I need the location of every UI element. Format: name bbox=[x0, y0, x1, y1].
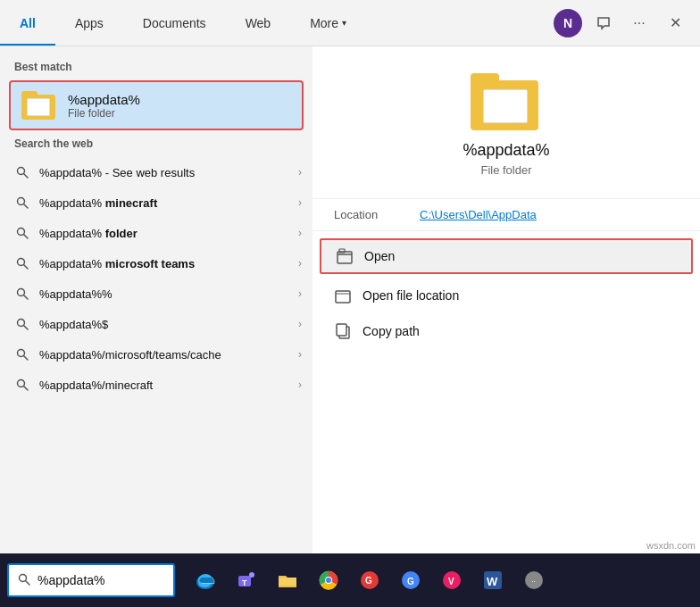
open-label: Open bbox=[364, 249, 395, 263]
svg-line-1 bbox=[24, 174, 29, 179]
svg-rect-16 bbox=[338, 252, 352, 263]
list-item[interactable]: %appdata% minecraft › bbox=[0, 187, 312, 218]
teams-icon[interactable]: T bbox=[227, 561, 266, 600]
action-list: Open Open file location bbox=[312, 235, 700, 349]
left-panel: Best match %appdata% File folder Search … bbox=[0, 46, 312, 553]
search-icon bbox=[14, 225, 30, 241]
taskbar-search-icon bbox=[18, 573, 30, 588]
open-action[interactable]: Open bbox=[320, 238, 693, 274]
avatar[interactable]: N bbox=[554, 9, 582, 37]
search-item-text: %appdata%/microsoft/teams/cache bbox=[39, 348, 289, 362]
taskbar: %appdata% T bbox=[0, 553, 700, 607]
tab-all[interactable]: All bbox=[0, 0, 55, 46]
open-file-location-label: Open file location bbox=[362, 288, 459, 303]
search-icon bbox=[14, 195, 30, 211]
chevron-right-icon: › bbox=[298, 318, 302, 330]
list-item[interactable]: %appdata% microsoft teams › bbox=[0, 248, 312, 279]
svg-text:T: T bbox=[242, 578, 247, 587]
file-location-icon bbox=[334, 287, 352, 304]
svg-line-11 bbox=[24, 326, 29, 330]
folder-icon bbox=[21, 91, 57, 120]
copy-path-action[interactable]: Copy path bbox=[312, 313, 700, 349]
location-label: Location bbox=[334, 208, 405, 221]
svg-line-3 bbox=[24, 204, 29, 209]
svg-text:V: V bbox=[448, 577, 454, 586]
taskbar-search-box[interactable]: %appdata% bbox=[7, 563, 175, 597]
chevron-right-icon: › bbox=[298, 378, 302, 391]
search-items: %appdata% - See web results › %appdata% … bbox=[0, 157, 312, 400]
svg-text:G: G bbox=[407, 577, 414, 586]
search-web-label: Search the web bbox=[0, 137, 312, 157]
chevron-right-icon: › bbox=[298, 348, 302, 361]
svg-text:W: W bbox=[487, 575, 498, 588]
list-item[interactable]: %appdata% - See web results › bbox=[0, 157, 312, 187]
svg-line-9 bbox=[24, 295, 29, 300]
best-match-subtitle: File folder bbox=[68, 107, 140, 120]
tab-more[interactable]: More ▾ bbox=[290, 0, 366, 46]
best-match-text: %appdata% File folder bbox=[68, 92, 140, 120]
tab-apps[interactable]: Apps bbox=[55, 0, 123, 46]
svg-line-15 bbox=[24, 387, 29, 391]
open-file-location-action[interactable]: Open file location bbox=[312, 278, 700, 313]
top-nav: All Apps Documents Web More ▾ N ··· ✕ bbox=[0, 0, 700, 46]
explorer-icon[interactable] bbox=[268, 561, 307, 600]
more-options-button[interactable]: ··· bbox=[625, 9, 654, 37]
chevron-right-icon: › bbox=[298, 257, 302, 270]
location-value[interactable]: C:\Users\Dell\AppData bbox=[420, 208, 537, 221]
close-button[interactable]: ✕ bbox=[661, 9, 689, 37]
search-icon bbox=[14, 286, 30, 302]
result-folder-icon bbox=[471, 73, 542, 130]
list-item[interactable]: %appdata% folder › bbox=[0, 218, 312, 248]
open-icon bbox=[336, 247, 354, 265]
search-item-text: %appdata% microsoft teams bbox=[39, 257, 289, 270]
svg-rect-20 bbox=[337, 324, 346, 336]
svg-point-26 bbox=[249, 572, 254, 578]
right-panel: %appdata% File folder Location C:\Users\… bbox=[312, 46, 700, 553]
chevron-right-icon: › bbox=[298, 287, 302, 300]
mail-icon[interactable]: G bbox=[350, 561, 389, 600]
svg-point-29 bbox=[326, 578, 331, 583]
search-item-text: %appdata% - See web results bbox=[39, 166, 289, 179]
tab-web[interactable]: Web bbox=[226, 0, 291, 46]
copy-icon bbox=[334, 322, 352, 340]
vpn-icon[interactable]: V bbox=[432, 561, 471, 600]
word-icon[interactable]: W bbox=[473, 561, 512, 600]
edge-icon[interactable] bbox=[186, 561, 225, 600]
search-icon bbox=[14, 255, 30, 271]
copy-path-label: Copy path bbox=[362, 324, 420, 338]
best-match-item[interactable]: %appdata% File folder bbox=[9, 80, 304, 130]
svg-text:··: ·· bbox=[531, 577, 536, 586]
best-match-title: %appdata% bbox=[68, 92, 140, 107]
google-icon[interactable]: G bbox=[391, 561, 430, 600]
list-item[interactable]: %appdata%% › bbox=[0, 279, 312, 309]
svg-line-5 bbox=[24, 235, 29, 239]
svg-line-22 bbox=[26, 580, 30, 585]
best-match-label: Best match bbox=[0, 61, 312, 80]
chevron-down-icon: ▾ bbox=[342, 18, 346, 28]
search-item-text: %appdata%/minecraft bbox=[39, 378, 289, 392]
result-subtitle: File folder bbox=[480, 163, 531, 177]
list-item[interactable]: %appdata%/minecraft › bbox=[0, 370, 312, 400]
list-item[interactable]: %appdata%/microsoft/teams/cache › bbox=[0, 339, 312, 370]
svg-line-7 bbox=[24, 265, 29, 270]
feedback-button[interactable] bbox=[589, 9, 618, 37]
svg-line-13 bbox=[24, 356, 29, 361]
location-row: Location C:\Users\Dell\AppData bbox=[312, 199, 700, 230]
taskbar-app-icons: T G bbox=[186, 561, 554, 600]
search-icon bbox=[14, 377, 30, 393]
search-item-text: %appdata%$ bbox=[39, 318, 289, 331]
main-layout: Best match %appdata% File folder Search … bbox=[0, 46, 700, 553]
chrome-icon[interactable] bbox=[309, 561, 348, 600]
result-title: %appdata% bbox=[462, 141, 549, 160]
chevron-right-icon: › bbox=[298, 227, 302, 239]
watermark: wsxdn.com bbox=[644, 539, 698, 552]
divider bbox=[312, 230, 700, 231]
chevron-right-icon: › bbox=[298, 166, 302, 179]
svg-rect-18 bbox=[336, 291, 350, 303]
tab-documents[interactable]: Documents bbox=[123, 0, 226, 46]
chevron-right-icon: › bbox=[298, 196, 302, 209]
list-item[interactable]: %appdata%$ › bbox=[0, 309, 312, 339]
search-icon bbox=[14, 346, 30, 362]
extra-icon[interactable]: ·· bbox=[514, 561, 554, 600]
search-item-text: %appdata% folder bbox=[39, 227, 289, 240]
